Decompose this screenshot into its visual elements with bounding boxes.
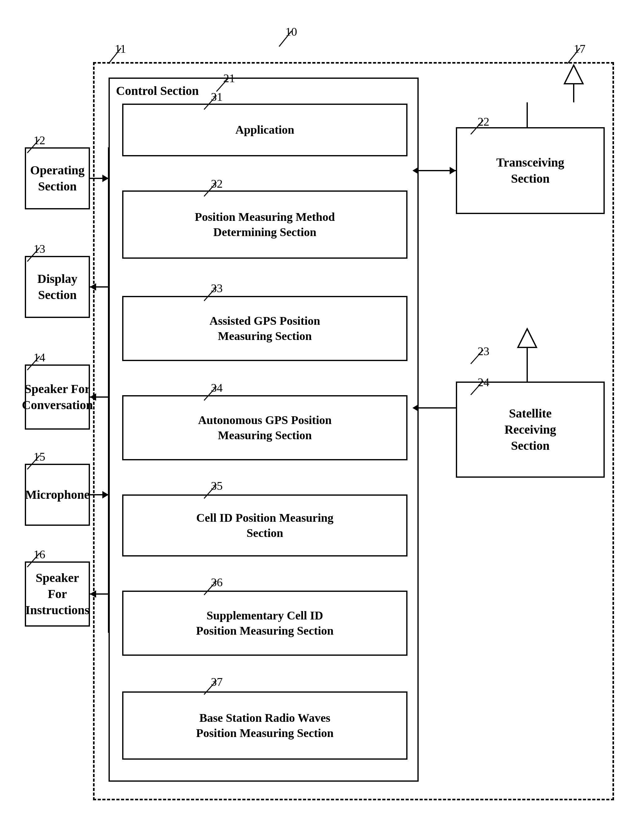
tick-23 bbox=[465, 347, 490, 369]
microphone-box: Microphone bbox=[25, 464, 90, 526]
operating-section-box: OperatingSection bbox=[25, 147, 90, 210]
satellite-receiving-label: SatelliteReceivingSection bbox=[504, 405, 556, 454]
supplementary-cell-label: Supplementary Cell IDPosition Measuring … bbox=[196, 608, 333, 639]
display-section-box: DisplaySection bbox=[25, 256, 90, 318]
display-section-label: DisplaySection bbox=[37, 271, 77, 303]
assisted-gps-box: Assisted GPS PositionMeasuring Section bbox=[122, 296, 407, 361]
satellite-receiving-box: SatelliteReceivingSection bbox=[456, 382, 605, 478]
cell-id-box: Cell ID Position MeasuringSection bbox=[122, 495, 407, 556]
svg-line-1 bbox=[108, 48, 121, 64]
transceiving-section-box: TransceivingSection bbox=[456, 127, 605, 214]
tick-36 bbox=[198, 578, 223, 600]
tick-33 bbox=[198, 284, 223, 306]
antenna-satellite bbox=[509, 326, 546, 366]
svg-line-10 bbox=[204, 485, 216, 498]
svg-line-12 bbox=[204, 680, 216, 695]
base-station-box: Base Station Radio WavesPosition Measuri… bbox=[122, 692, 407, 759]
autonomous-gps-box: Autonomous GPS PositionMeasuring Section bbox=[122, 395, 407, 460]
pos-method-box: Position Measuring MethodDetermining Sec… bbox=[122, 190, 407, 259]
control-section-label: Control Section bbox=[116, 84, 199, 98]
speaker-instructions-label: Speaker ForInstructions bbox=[26, 570, 90, 618]
tick-10 bbox=[267, 28, 298, 53]
speaker-conversation-box: Speaker ForConversation bbox=[25, 364, 90, 430]
speaker-conversation-label: Speaker ForConversation bbox=[22, 381, 93, 413]
svg-marker-3 bbox=[564, 65, 583, 84]
microphone-label: Microphone bbox=[25, 487, 90, 503]
application-box: Application bbox=[122, 103, 407, 156]
diagram: 10 11 17 21 Control Section Application … bbox=[13, 25, 627, 825]
autonomous-gps-label: Autonomous GPS PositionMeasuring Section bbox=[198, 413, 332, 443]
tick-34 bbox=[198, 384, 223, 405]
tick-35 bbox=[198, 481, 223, 503]
supplementary-cell-box: Supplementary Cell IDPosition Measuring … bbox=[122, 591, 407, 656]
svg-line-2 bbox=[567, 48, 580, 64]
svg-line-11 bbox=[204, 581, 216, 595]
speaker-instructions-box: Speaker ForInstructions bbox=[25, 561, 90, 627]
svg-line-8 bbox=[204, 287, 216, 301]
tick-32 bbox=[198, 179, 223, 201]
tick-37 bbox=[198, 677, 223, 699]
svg-line-7 bbox=[204, 182, 216, 196]
tick-31 bbox=[198, 92, 223, 114]
cell-id-label: Cell ID Position MeasuringSection bbox=[196, 510, 333, 541]
transceiving-label: TransceivingSection bbox=[496, 155, 564, 187]
operating-section-label: OperatingSection bbox=[30, 162, 85, 195]
base-station-label: Base Station Radio WavesPosition Measuri… bbox=[196, 710, 333, 741]
control-section-box: Control Section Application Position Mea… bbox=[108, 77, 419, 782]
svg-line-9 bbox=[204, 387, 216, 400]
assisted-gps-label: Assisted GPS PositionMeasuring Section bbox=[209, 313, 320, 344]
antenna-top bbox=[555, 62, 592, 102]
svg-line-6 bbox=[204, 95, 216, 110]
svg-line-0 bbox=[279, 31, 292, 47]
pos-method-label: Position Measuring MethodDetermining Sec… bbox=[195, 210, 335, 240]
application-label: Application bbox=[235, 122, 294, 137]
svg-marker-15 bbox=[518, 329, 536, 347]
svg-line-14 bbox=[471, 350, 483, 364]
